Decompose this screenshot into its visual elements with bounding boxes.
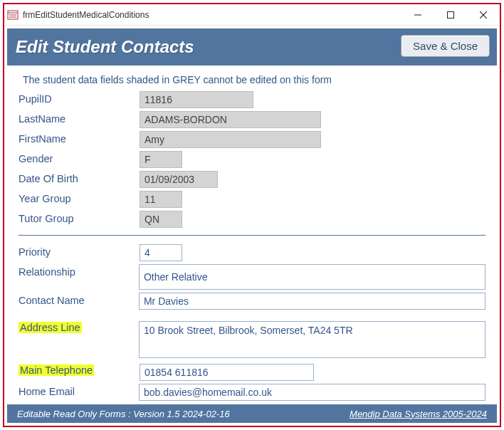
- field-address-line[interactable]: [139, 321, 485, 358]
- field-tutor-group: [140, 211, 182, 228]
- field-year-group: [140, 191, 182, 208]
- label-address-line: Address Line: [19, 322, 82, 333]
- minimize-button[interactable]: [401, 4, 434, 26]
- field-priority[interactable]: [140, 244, 182, 261]
- section-divider: [19, 235, 485, 236]
- save-close-button[interactable]: Save & Close: [401, 35, 490, 57]
- close-button[interactable]: [467, 4, 500, 26]
- status-bar: Editable Read Only Forms : Version 1.5 2…: [7, 404, 497, 423]
- app-window: frmEditStudentMedicalConditions Edit Stu…: [3, 3, 501, 427]
- form-header: Edit Student Contacts Save & Close: [7, 28, 497, 65]
- field-dob: [140, 171, 218, 188]
- label-year-group: Year Group: [19, 191, 140, 204]
- titlebar: frmEditStudentMedicalConditions: [4, 4, 500, 26]
- field-first-name: [140, 131, 321, 148]
- label-last-name: LastName: [19, 111, 140, 125]
- label-tutor-group: Tutor Group: [19, 211, 140, 224]
- label-dob: Date Of Birth: [19, 171, 140, 184]
- label-first-name: FirstName: [19, 131, 140, 145]
- field-contact-name[interactable]: [139, 293, 485, 310]
- label-contact-name: Contact Name: [19, 293, 139, 306]
- form-body: The student data fields shaded in GREY c…: [4, 68, 500, 404]
- form-icon: [7, 9, 19, 21]
- grey-fields-notice: The student data fields shaded in GREY c…: [23, 74, 485, 85]
- maximize-button[interactable]: [434, 4, 467, 26]
- field-gender: [140, 151, 182, 168]
- svg-rect-5: [448, 11, 454, 18]
- label-relationship: Relationship: [19, 264, 139, 278]
- label-main-telephone: Main Telephone: [19, 365, 94, 376]
- field-pupil-id: [140, 91, 253, 108]
- label-pupil-id: PupilID: [19, 91, 140, 105]
- window-title: frmEditStudentMedicalConditions: [23, 10, 401, 20]
- field-last-name: [140, 111, 321, 128]
- field-relationship[interactable]: [139, 264, 485, 290]
- label-priority: Priority: [19, 244, 140, 258]
- form-title: Edit Student Contacts: [16, 37, 194, 57]
- label-gender: Gender: [19, 151, 140, 164]
- status-version: Editable Read Only Forms : Version 1.5 2…: [17, 409, 350, 419]
- field-main-telephone[interactable]: [140, 364, 314, 381]
- status-vendor: Mendip Data Systems 2005-2024: [350, 409, 487, 419]
- field-home-email[interactable]: [139, 384, 485, 401]
- label-home-email: Home Email: [19, 384, 139, 397]
